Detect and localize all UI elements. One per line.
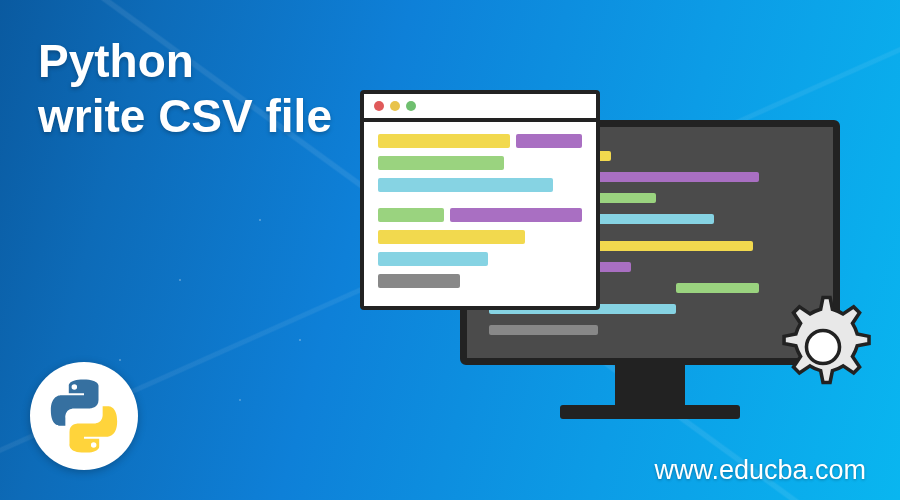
title-line-2: write CSV file — [38, 90, 332, 142]
popup-body — [364, 122, 596, 300]
python-logo-badge — [30, 362, 138, 470]
monitor-base-icon — [560, 405, 740, 419]
python-logo-icon — [46, 378, 122, 454]
page-title: Python write CSV file — [38, 34, 332, 144]
traffic-light-zoom-icon — [406, 101, 416, 111]
gear-icon — [764, 288, 882, 406]
popup-window-icon — [360, 90, 600, 310]
traffic-light-close-icon — [374, 101, 384, 111]
monitor-stand-icon — [615, 365, 685, 407]
illustration-group — [340, 90, 870, 460]
title-line-1: Python — [38, 35, 194, 87]
svg-point-0 — [806, 330, 839, 363]
banner-container: Python write CSV file — [0, 0, 900, 500]
source-url: www.educba.com — [654, 455, 866, 486]
popup-titlebar — [364, 94, 596, 122]
traffic-light-minimize-icon — [390, 101, 400, 111]
